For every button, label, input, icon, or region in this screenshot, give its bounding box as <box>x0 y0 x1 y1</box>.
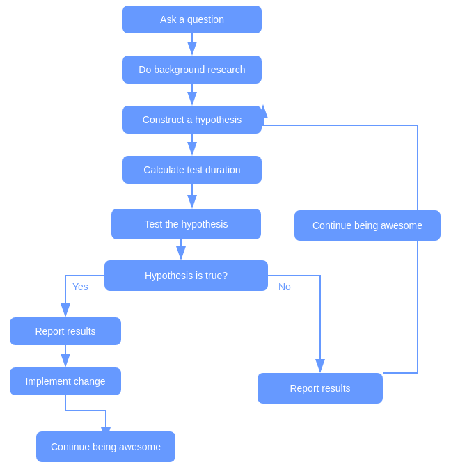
continue-awesome-left-node: Continue being awesome <box>36 431 175 462</box>
hypothesis-true-node: Hypothesis is true? <box>104 260 268 291</box>
no-label: No <box>278 281 291 292</box>
report-results-right-node: Report results <box>258 373 383 404</box>
report-results-left-node: Report results <box>10 317 121 345</box>
implement-change-node: Implement change <box>10 367 121 395</box>
flowchart: Ask a question Do background research Co… <box>0 0 451 476</box>
construct-hypothesis-node: Construct a hypothesis <box>122 106 262 134</box>
calculate-duration-node: Calculate test duration <box>122 156 262 184</box>
yes-label: Yes <box>72 281 88 292</box>
continue-awesome-right-node: Continue being awesome <box>294 210 441 241</box>
background-research-node: Do background research <box>122 56 262 84</box>
test-hypothesis-node: Test the hypothesis <box>111 209 261 239</box>
ask-question-node: Ask a question <box>122 6 262 33</box>
